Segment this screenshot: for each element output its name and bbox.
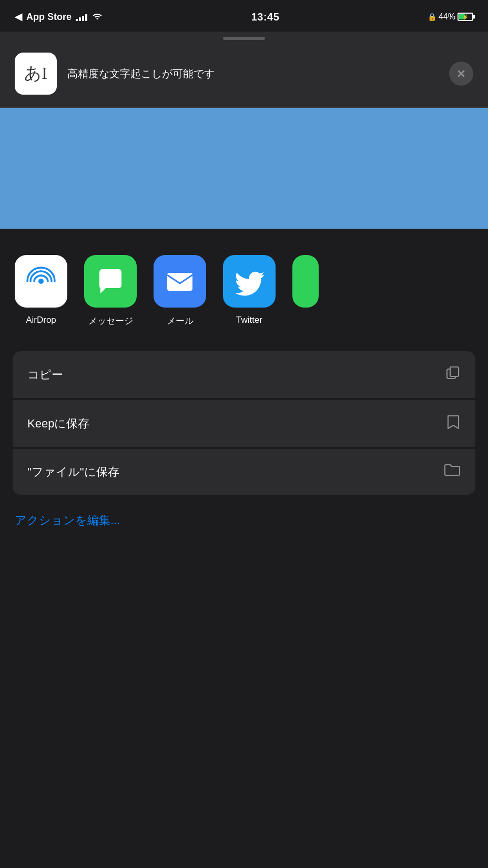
messages-label: メッセージ [88, 315, 133, 327]
battery-icon: ⚡ [458, 13, 473, 21]
copy-label: コピー [27, 367, 63, 383]
share-app-mail[interactable]: メール [154, 255, 206, 327]
airdrop-label: AirDrop [26, 315, 56, 325]
bookmark-icon [446, 414, 461, 433]
lock-icon: 🔒 [428, 13, 436, 21]
status-bar: ◀ App Store 13:45 🔒 44% ⚡ [0, 0, 488, 32]
app-icon-text: あI [24, 62, 47, 85]
battery-container: 🔒 44% ⚡ [428, 12, 473, 22]
time-display: 13:45 [251, 11, 280, 23]
bolt-icon: ⚡ [462, 14, 469, 20]
keep-label: Keepに保存 [27, 416, 89, 432]
share-app-airdrop[interactable]: AirDrop [15, 255, 67, 327]
files-label: "ファイル"に保存 [27, 464, 119, 480]
bottom-space [0, 549, 488, 602]
svg-point-2 [38, 279, 44, 284]
mail-label: メール [167, 315, 194, 327]
share-apps-row: AirDrop メッセージ メール [15, 255, 488, 327]
status-left: ◀ App Store [15, 11, 103, 23]
share-preview-card: あI 高精度な文字起こしが可能です [0, 40, 488, 108]
copy-icon [445, 365, 461, 384]
edit-actions-section: アクションを編集... [0, 496, 488, 549]
mail-icon [154, 255, 206, 308]
airdrop-icon [15, 255, 67, 308]
twitter-label: Twitter [236, 315, 262, 325]
share-apps-section: AirDrop メッセージ メール [0, 238, 488, 342]
carrier-label: App Store [26, 12, 72, 23]
share-app-fifth[interactable] [292, 255, 319, 327]
files-save-button[interactable]: "ファイル"に保存 [13, 449, 475, 495]
fifth-app-icon [292, 255, 319, 308]
content-preview [0, 108, 488, 229]
twitter-icon [223, 255, 276, 308]
folder-icon [444, 463, 461, 481]
battery-percent: 44% [439, 12, 455, 22]
share-app-messages[interactable]: メッセージ [84, 255, 137, 327]
wifi-icon [92, 12, 103, 22]
app-icon: あI [15, 53, 57, 95]
copy-button[interactable]: コピー [13, 351, 475, 398]
signal-bars [76, 13, 87, 21]
edit-actions-link[interactable]: アクションを編集... [15, 514, 120, 527]
close-button[interactable] [449, 62, 473, 86]
back-chevron: ◀ [15, 11, 22, 23]
share-title-text: 高精度な文字起こしが可能です [67, 67, 439, 81]
svg-rect-3 [167, 273, 192, 291]
svg-rect-6 [450, 367, 459, 376]
messages-icon [84, 255, 137, 308]
keep-save-button[interactable]: Keepに保存 [13, 400, 475, 447]
action-buttons-group: コピー Keepに保存 "ファイル"に保存 [0, 351, 488, 496]
share-app-twitter[interactable]: Twitter [223, 255, 276, 327]
